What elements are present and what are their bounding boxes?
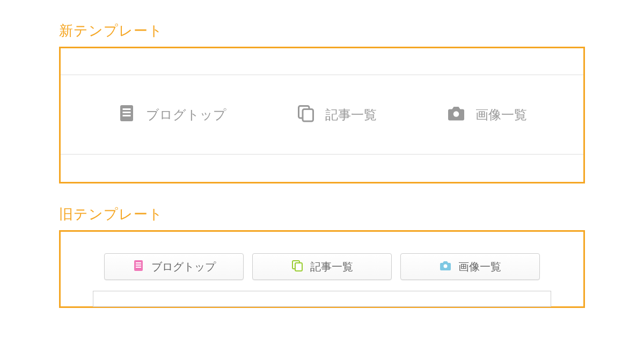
new-nav-label: 記事一覧 bbox=[325, 106, 377, 123]
document-icon bbox=[117, 104, 136, 126]
copy-icon bbox=[291, 259, 304, 275]
svg-rect-9 bbox=[136, 264, 141, 266]
new-nav-article-list[interactable]: 記事一覧 bbox=[296, 104, 377, 126]
document-icon bbox=[132, 259, 145, 275]
old-button-label: ブログトップ bbox=[151, 260, 216, 274]
old-button-blog-top[interactable]: ブログトップ bbox=[104, 253, 244, 280]
old-template-title: 旧テンプレート bbox=[59, 205, 585, 224]
new-template-header-spacer bbox=[61, 48, 583, 75]
svg-rect-1 bbox=[123, 108, 131, 110]
old-button-image-list[interactable]: 画像一覧 bbox=[400, 253, 540, 280]
svg-rect-12 bbox=[295, 263, 302, 271]
new-template-box: ブログトップ 記事一覧 画像一覧 bbox=[59, 47, 585, 183]
new-template-section: 新テンプレート ブログトップ 記事一覧 bbox=[59, 21, 585, 183]
new-nav-image-list[interactable]: 画像一覧 bbox=[447, 104, 527, 126]
copy-icon bbox=[296, 104, 316, 126]
old-template-section: 旧テンプレート ブログトップ 記事一覧 画像一覧 bbox=[59, 205, 585, 308]
new-nav-label: 画像一覧 bbox=[475, 106, 527, 123]
camera-icon bbox=[439, 259, 452, 275]
svg-point-13 bbox=[444, 264, 448, 268]
svg-rect-5 bbox=[303, 109, 313, 121]
old-button-article-list[interactable]: 記事一覧 bbox=[252, 253, 392, 280]
svg-rect-2 bbox=[123, 112, 131, 113]
svg-rect-10 bbox=[136, 267, 141, 268]
old-button-label: 画像一覧 bbox=[458, 260, 501, 274]
svg-rect-3 bbox=[123, 115, 131, 116]
old-template-box: ブログトップ 記事一覧 画像一覧 bbox=[59, 230, 585, 308]
new-nav-blog-top[interactable]: ブログトップ bbox=[117, 104, 226, 126]
new-template-title: 新テンプレート bbox=[59, 21, 585, 40]
new-template-nav: ブログトップ 記事一覧 画像一覧 bbox=[61, 75, 583, 155]
svg-rect-8 bbox=[136, 262, 141, 263]
old-button-label: 記事一覧 bbox=[310, 260, 353, 274]
camera-icon bbox=[447, 104, 466, 126]
old-template-button-row: ブログトップ 記事一覧 画像一覧 bbox=[93, 253, 551, 280]
new-nav-label: ブログトップ bbox=[146, 106, 226, 123]
old-template-content-placeholder bbox=[93, 291, 551, 307]
svg-point-6 bbox=[453, 111, 459, 117]
